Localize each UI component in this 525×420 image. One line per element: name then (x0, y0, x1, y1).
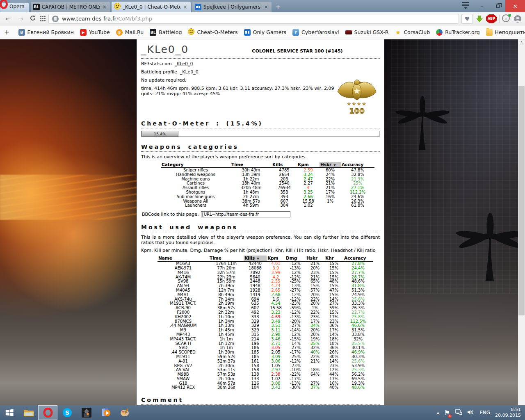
cell-time: 12h 7m (209, 288, 244, 293)
sort-arrow-icon[interactable]: ▼ (257, 257, 259, 260)
tab-onlygamers[interactable]: SpeJkeee | Onlygamers.ru × (192, 2, 272, 12)
tab-close-icon[interactable]: × (263, 4, 269, 10)
bookmark-cyberyaroslavl[interactable]: YCyberYaroslavl (291, 28, 341, 37)
address-field[interactable]: www.team-des-fra.fr/CoM/bf3.php (48, 14, 459, 24)
add-bookmark-button[interactable]: + (4, 29, 9, 36)
cell-kpm: 3.49 (267, 320, 285, 324)
bookmark-mailru[interactable]: @Mail.Ru (114, 28, 145, 37)
bookmark-onlygamers[interactable]: Only Gamers (242, 28, 288, 37)
profile-button[interactable] (514, 15, 522, 23)
col-header-accuracy[interactable]: Accuracy (343, 256, 373, 261)
bookmark-label: Battlelog (159, 29, 182, 35)
tab-close-icon[interactable]: × (183, 4, 188, 10)
bookmark-battlelog[interactable]: BLBattlelog (148, 28, 183, 37)
scrollbar-up-icon[interactable]: ∧ (518, 39, 525, 46)
bookmark-vk[interactable]: ВЕвгений Бровкин (17, 28, 75, 37)
col-header-category[interactable]: Category (161, 162, 231, 168)
cell-time: 176h 11m (209, 261, 244, 266)
bookmark-youtube[interactable]: ▶YouTube (78, 28, 112, 37)
taskbar-explorer-button[interactable] (19, 405, 38, 420)
cell-time: 52m 37s (209, 359, 244, 364)
col-header-hskr[interactable]: Hskr▼ (320, 162, 341, 168)
taskbar-opera-button[interactable] (38, 405, 57, 420)
bf3stats-link[interactable]: _KLe0_0 (175, 61, 193, 66)
bookmark-label: Cheat-O-Meters (197, 29, 237, 35)
weapons-categories-description: This is an overview of the player's weap… (141, 154, 380, 160)
cell-kills: 304 (272, 203, 297, 208)
cell-khr: 17% (324, 377, 343, 381)
cell-hskr: 60% (320, 168, 341, 173)
close-button[interactable]: × (505, 0, 525, 12)
cell-accuracy: 25.8% (343, 315, 373, 320)
sort-arrow-icon[interactable]: ▼ (333, 164, 336, 167)
forward-button[interactable]: → (16, 15, 25, 23)
back-button[interactable]: ← (3, 15, 13, 23)
minimize-button[interactable]: – (474, 0, 490, 12)
cell-khr: 15% (324, 293, 343, 297)
opera-menu-button[interactable]: Opera (0, 2, 29, 12)
col-header-kpm[interactable]: Kpm (267, 256, 285, 261)
network-icon[interactable] (455, 409, 462, 417)
page-scrollbar[interactable]: ∧ (518, 39, 525, 405)
adblock-plus-icon[interactable]: ABP (486, 14, 497, 23)
cell-time: 7h 39m (209, 284, 244, 288)
col-header-kills[interactable]: Kills▼ (244, 256, 267, 261)
cell-kpm: 3.51 (267, 324, 285, 328)
tab-metro-server[interactable]: BL CAPATOB | METRO ONLY × (31, 2, 110, 12)
col-header-kills[interactable]: Kills (272, 162, 297, 168)
taskbar-skype-button[interactable]: S (57, 405, 77, 420)
site-badge-icon[interactable] (52, 16, 59, 22)
opera-settings-menu-icon[interactable] (457, 0, 474, 12)
cell-time: 38m 57s (231, 199, 272, 204)
taskbar-battlefield3-button[interactable] (77, 405, 96, 420)
bookmark-label: Неподшитые (495, 29, 525, 35)
battlelog-link[interactable]: _KLe0_0 (180, 69, 199, 75)
downloads-button[interactable]: ↓ (502, 14, 511, 23)
action-center-flag-icon[interactable]: ⚑x (444, 409, 450, 417)
tray-clock[interactable]: 8:51 20.09.2015 (495, 407, 521, 418)
bookmark-suzuki[interactable]: Suzuki GSX-R (344, 28, 390, 36)
volume-icon[interactable] (467, 409, 475, 417)
bookmark-corsaclub[interactable]: ★CorsaClub (393, 28, 431, 37)
col-header-accuracy[interactable]: Accuracy (341, 162, 374, 168)
cell-dmg: -13% (285, 381, 306, 386)
cell-kills: 492 (244, 310, 267, 315)
cell-hskr: 1% (320, 199, 341, 204)
tab-cheat-o-meter[interactable]: _KLe0_0 | Cheat-O-Meter f × (112, 2, 191, 12)
url-path: /CoM/bf3.php (116, 16, 152, 22)
taskbar-mediaplayer-button[interactable] (96, 405, 115, 420)
col-header-name[interactable]: Name (158, 256, 209, 261)
bookmark-rutracker[interactable]: RuTracker.org (434, 28, 481, 37)
cell-accuracy: 27.1% (341, 186, 374, 190)
col-header-kpm[interactable]: Kpm (297, 162, 320, 168)
cell-kills: 133 (244, 377, 267, 381)
reload-button[interactable] (28, 15, 38, 23)
cell-kills: 126 (244, 381, 267, 386)
cell-time: 1h 45m (209, 333, 244, 337)
cell-kpm: 3.25 (297, 190, 320, 195)
table-row: G1840m 57s1263.08-13%27%16%19.3% (158, 381, 373, 386)
speed-dial-icon[interactable] (40, 16, 46, 22)
download-extension-icon[interactable] (475, 15, 484, 23)
bookmark-unsorted-folder[interactable]: Неподшитые (484, 28, 525, 37)
tab-close-icon[interactable]: × (102, 4, 107, 10)
bbcode-input[interactable] (201, 211, 290, 217)
tray-expand-icon[interactable]: ▲ (437, 411, 439, 415)
col-header-hskr[interactable]: Hskr (306, 256, 324, 261)
col-header-dmg[interactable]: Dmg (285, 256, 306, 261)
col-header-khr[interactable]: Khr (324, 256, 343, 261)
maximize-button[interactable] (490, 0, 505, 12)
bookmark-cheatometers[interactable]: Cheat-O-Meters (186, 27, 239, 37)
taskbar-paint-button[interactable] (115, 405, 135, 420)
bookmark-heart-button[interactable]: ♥ (461, 14, 473, 24)
star-icon: ★ (395, 29, 401, 36)
language-indicator[interactable]: ENG (479, 410, 490, 415)
scrollbar-thumb[interactable] (518, 86, 525, 315)
col-header-time[interactable]: Time (209, 256, 244, 261)
cell-kills: 214 (244, 337, 267, 342)
col-header-time[interactable]: Time (231, 162, 272, 168)
new-tab-button[interactable]: + (273, 2, 283, 11)
table-row: Handheld weapons13h 39m26543.2424%32.8% (161, 173, 374, 177)
cell-kpm: 4.24 (267, 284, 285, 288)
start-button[interactable] (0, 405, 19, 420)
